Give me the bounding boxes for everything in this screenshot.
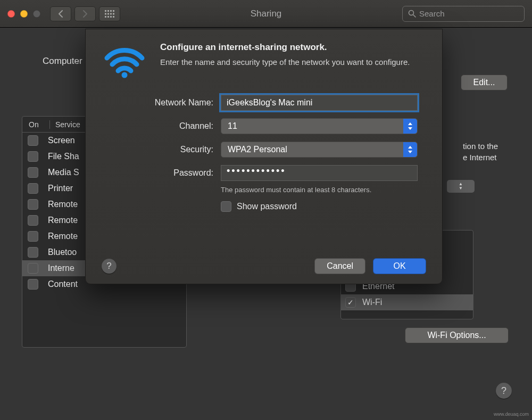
service-label: Printer xyxy=(48,184,73,193)
service-checkbox[interactable] xyxy=(28,247,38,258)
service-label: Screen xyxy=(48,136,75,145)
channel-label: Channel: xyxy=(86,121,221,131)
svg-rect-10 xyxy=(110,16,112,18)
column-on: On xyxy=(22,120,50,129)
svg-line-13 xyxy=(413,15,415,17)
sheet-help-button[interactable]: ? xyxy=(102,259,117,274)
service-label: Interne xyxy=(48,263,74,273)
share-from-select-arrows[interactable]: ▲▼ xyxy=(447,180,475,193)
watermark: www.deuaq.com xyxy=(494,411,529,417)
service-checkbox[interactable] xyxy=(28,263,38,274)
show-all-button[interactable] xyxy=(99,6,120,21)
close-window-button[interactable] xyxy=(7,10,15,18)
svg-point-14 xyxy=(122,72,128,78)
port-label: Wi-Fi xyxy=(362,298,382,307)
service-label: File Sha xyxy=(48,152,79,161)
service-checkbox[interactable] xyxy=(28,199,38,210)
cancel-button[interactable]: Cancel xyxy=(314,258,365,274)
help-button[interactable]: ? xyxy=(496,383,512,399)
show-password-label: Show password xyxy=(237,202,297,211)
edit-button[interactable]: Edit... xyxy=(461,75,508,90)
minimize-window-button[interactable] xyxy=(20,10,28,18)
service-label: Remote xyxy=(48,216,78,225)
svg-rect-1 xyxy=(107,10,109,12)
svg-rect-2 xyxy=(110,10,112,12)
search-field[interactable]: Search xyxy=(402,6,525,22)
titlebar: Sharing Search xyxy=(0,0,532,28)
chevron-updown-icon xyxy=(403,119,417,134)
channel-select[interactable]: 11 xyxy=(221,118,418,134)
configure-network-sheet: Configure an internet-sharing network. E… xyxy=(85,29,443,284)
service-label: Remote xyxy=(48,200,78,209)
network-name-input[interactable] xyxy=(221,95,418,111)
svg-rect-0 xyxy=(105,10,106,12)
zoom-window-button[interactable] xyxy=(33,10,40,18)
back-button[interactable] xyxy=(50,6,71,21)
description-fragment: tion to the e Internet xyxy=(463,141,498,163)
service-checkbox[interactable] xyxy=(28,215,38,226)
port-row[interactable]: Wi-Fi xyxy=(341,294,473,310)
network-name-label: Network Name: xyxy=(86,98,221,108)
password-input[interactable]: •••••••••••• xyxy=(221,165,418,181)
svg-rect-3 xyxy=(113,10,114,12)
wifi-options-button[interactable]: Wi-Fi Options... xyxy=(405,327,509,343)
svg-rect-5 xyxy=(107,13,109,14)
svg-rect-9 xyxy=(107,16,109,18)
service-checkbox[interactable] xyxy=(28,183,38,194)
wifi-icon xyxy=(101,42,148,79)
forward-button[interactable] xyxy=(74,6,96,21)
search-icon xyxy=(408,10,416,18)
column-service: Service xyxy=(50,120,80,129)
service-checkbox[interactable] xyxy=(28,231,38,242)
security-select[interactable]: WPA2 Personal xyxy=(221,142,418,158)
computer-name-label: Computer xyxy=(43,56,82,67)
password-hint: The password must contain at least 8 cha… xyxy=(221,186,418,194)
svg-point-12 xyxy=(409,11,414,15)
svg-rect-8 xyxy=(105,16,106,18)
security-label: Security: xyxy=(86,145,221,154)
service-label: Bluetoo xyxy=(48,248,77,257)
channel-value: 11 xyxy=(228,121,237,131)
svg-rect-7 xyxy=(113,13,114,14)
svg-rect-4 xyxy=(105,13,106,14)
sheet-subtitle: Enter the name and security type of the … xyxy=(160,57,410,68)
service-label: Content xyxy=(48,279,78,289)
chevron-updown-icon xyxy=(403,142,417,157)
service-checkbox[interactable] xyxy=(28,167,38,178)
service-checkbox[interactable] xyxy=(28,279,38,290)
nav-buttons xyxy=(50,6,96,21)
service-checkbox[interactable] xyxy=(28,151,38,162)
svg-rect-6 xyxy=(110,13,112,14)
ok-button[interactable]: OK xyxy=(373,258,426,274)
port-checkbox[interactable] xyxy=(345,297,356,308)
window-title: Sharing xyxy=(251,9,282,19)
password-label: Password: xyxy=(86,168,221,178)
security-value: WPA2 Personal xyxy=(228,145,287,154)
service-label: Media S xyxy=(48,168,79,177)
svg-rect-11 xyxy=(113,16,114,18)
search-placeholder: Search xyxy=(419,9,445,18)
window-controls xyxy=(7,10,40,18)
sheet-title: Configure an internet-sharing network. xyxy=(160,42,410,53)
show-password-checkbox[interactable] xyxy=(221,201,231,212)
service-label: Remote xyxy=(48,232,78,241)
service-checkbox[interactable] xyxy=(28,135,38,146)
